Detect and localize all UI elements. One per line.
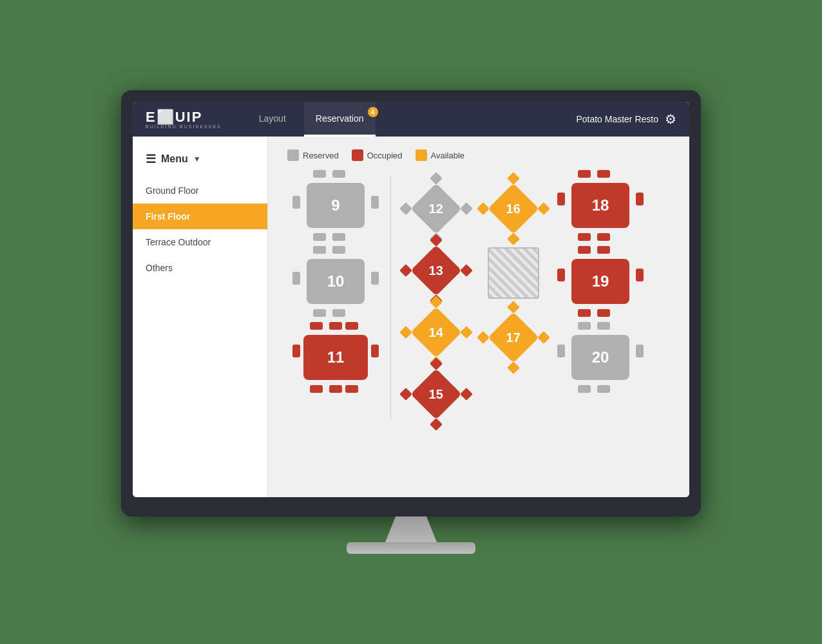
chair	[332, 246, 345, 254]
table-12[interactable]: 12	[410, 183, 462, 234]
chair	[578, 233, 591, 241]
tables-col-1: 9	[287, 176, 384, 420]
table-15[interactable]: 15	[410, 368, 462, 420]
chair	[557, 345, 565, 357]
restaurant-name: Potato Master Resto	[576, 114, 658, 124]
table-19[interactable]: 19	[565, 252, 636, 310]
logo-text: E⬜UIP	[146, 110, 202, 124]
chair	[460, 388, 473, 401]
chair	[537, 331, 550, 344]
chair	[371, 345, 379, 357]
chair	[578, 385, 591, 393]
sidebar-item-others[interactable]: Others	[133, 255, 267, 281]
table-9-body: 9	[307, 183, 365, 228]
table-14[interactable]: 14	[410, 307, 462, 358]
chair	[371, 272, 379, 285]
chair	[332, 170, 345, 178]
chair	[313, 170, 326, 178]
legend-available: Available	[416, 149, 465, 161]
table-11-body: 11	[303, 335, 368, 380]
settings-icon[interactable]: ⚙	[665, 111, 676, 127]
content-area: Reserved Occupied Available	[268, 137, 689, 497]
chair	[313, 233, 326, 241]
chair	[399, 202, 412, 215]
chair	[371, 196, 379, 209]
chair	[597, 309, 610, 317]
chair	[329, 385, 342, 393]
nav-right: Potato Master Resto ⚙	[576, 111, 676, 127]
chair	[345, 385, 358, 393]
legend: Reserved Occupied Available	[287, 149, 670, 161]
chair	[597, 246, 610, 254]
sidebar-item-ground-floor[interactable]: Ground Floor	[133, 178, 267, 204]
table-17[interactable]: 17	[488, 312, 539, 363]
table-19-body: 19	[571, 259, 629, 304]
chair	[507, 301, 520, 314]
chair	[460, 264, 473, 277]
available-label: Available	[431, 151, 465, 160]
chair	[507, 361, 520, 374]
table-13-body: 13	[410, 245, 461, 296]
sidebar-item-terrace-outdoor[interactable]: Terrace Outdoor	[133, 229, 267, 255]
nav-tabs: Layout Reservation 4	[247, 102, 577, 137]
chair	[310, 322, 323, 330]
sidebar: ☰ Menu ▼ Ground Floor First Floor Terrac…	[133, 137, 268, 497]
chair	[345, 322, 358, 330]
table-9[interactable]: 9	[300, 176, 371, 234]
chair	[332, 309, 345, 317]
chair	[399, 326, 412, 339]
chair	[399, 388, 412, 401]
table-11[interactable]: 11	[300, 328, 371, 386]
table-10[interactable]: 10	[300, 252, 371, 310]
monitor-stand-neck	[385, 516, 437, 542]
table-20[interactable]: 20	[565, 328, 636, 386]
chair	[310, 385, 323, 393]
occupied-label: Occupied	[367, 151, 403, 160]
monitor-wrapper: E⬜UIP BUILDING BUSINESSES Layout Reserva…	[121, 90, 701, 554]
tables-col-4: 18	[552, 176, 649, 420]
chair	[292, 196, 300, 209]
chair	[636, 193, 644, 205]
chair	[597, 170, 610, 178]
tables-col-2: 12 13	[397, 176, 475, 420]
chair	[578, 309, 591, 317]
tables-grid: 9	[287, 176, 670, 420]
reserved-color-swatch	[287, 149, 299, 161]
chair	[399, 264, 412, 277]
monitor-bezel: E⬜UIP BUILDING BUSINESSES Layout Reserva…	[121, 90, 701, 516]
table-18-body: 18	[571, 183, 629, 228]
logo-area: E⬜UIP BUILDING BUSINESSES	[146, 110, 222, 129]
table-20-body: 20	[571, 335, 629, 380]
chair	[537, 202, 550, 215]
chair	[597, 233, 610, 241]
chair	[313, 246, 326, 254]
table-16-body: 16	[488, 183, 539, 234]
chair	[313, 309, 326, 317]
sidebar-item-first-floor[interactable]: First Floor	[133, 204, 267, 229]
monitor-stand-base	[347, 542, 475, 554]
chair	[430, 418, 443, 431]
navbar: E⬜UIP BUILDING BUSINESSES Layout Reserva…	[133, 102, 689, 137]
menu-dropdown-arrow: ▼	[193, 155, 201, 164]
table-13[interactable]: 13	[410, 245, 462, 296]
menu-header: ☰ Menu ▼	[133, 147, 267, 171]
menu-label: Menu	[161, 153, 188, 165]
chair	[460, 326, 473, 339]
tab-reservation[interactable]: Reservation 4	[304, 102, 376, 137]
table-16[interactable]: 16	[488, 183, 539, 234]
chair	[636, 269, 644, 281]
logo-uip: UIP	[175, 109, 203, 125]
chair	[477, 202, 490, 215]
chair	[636, 345, 644, 357]
reserved-label: Reserved	[303, 151, 339, 160]
reservation-badge: 4	[368, 107, 378, 117]
chair	[507, 232, 520, 245]
table-17-body: 17	[488, 312, 539, 363]
logo-sub: BUILDING BUSINESSES	[146, 124, 222, 129]
tab-layout[interactable]: Layout	[247, 102, 298, 137]
table-18[interactable]: 18	[565, 176, 636, 234]
chair	[597, 385, 610, 393]
chair	[292, 345, 300, 357]
column-divider-1	[390, 176, 391, 420]
logo-eq: E	[146, 109, 157, 125]
